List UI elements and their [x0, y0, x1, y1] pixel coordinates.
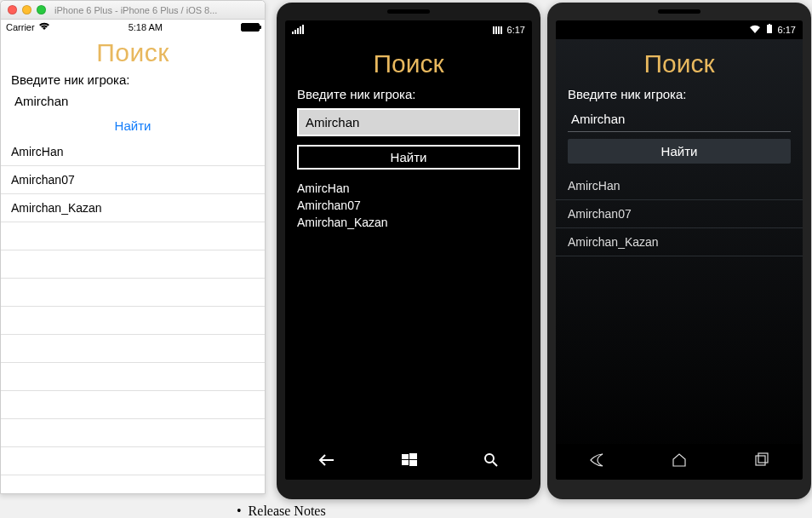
- battery-icon: [493, 26, 502, 34]
- input-label: Введите ник игрока:: [556, 83, 803, 105]
- input-label: Введите ник игрока:: [285, 83, 532, 105]
- list-item[interactable]: Amirchan_Kazan: [1, 194, 265, 222]
- nickname-input[interactable]: [568, 108, 791, 132]
- back-icon[interactable]: [318, 453, 335, 471]
- search-icon[interactable]: [483, 452, 499, 472]
- android-nav-bar: [556, 444, 803, 480]
- traffic-lights: [8, 5, 46, 14]
- list-item[interactable]: [1, 279, 265, 307]
- list-item[interactable]: [1, 307, 265, 335]
- carrier-label: Carrier: [6, 22, 35, 32]
- phone-speaker: [387, 9, 430, 14]
- results-list: AmircHan Amirchan07 Amirchan_Kazan: [1, 138, 265, 475]
- battery-icon: [766, 24, 773, 36]
- input-label: Введите ник игрока:: [1, 69, 265, 89]
- list-item[interactable]: [1, 391, 265, 419]
- clock-label: 6:17: [507, 25, 525, 35]
- list-item[interactable]: [1, 250, 265, 279]
- android-screen: 6:17 Поиск Введите ник игрока: Найти Ami…: [556, 20, 803, 480]
- clock-label: 6:17: [778, 25, 796, 35]
- nickname-input[interactable]: [297, 108, 520, 136]
- results-list: AmircHan Amirchan07 Amirchan_Kazan: [556, 172, 803, 256]
- android-phone-frame: 6:17 Поиск Введите ник игрока: Найти Ami…: [547, 3, 811, 499]
- windows-phone-frame: 6:17 Поиск Введите ник игрока: Найти Ami…: [277, 3, 540, 499]
- list-item[interactable]: Amirchan_Kazan: [297, 214, 520, 231]
- list-item[interactable]: AmircHan: [297, 180, 520, 197]
- list-item[interactable]: AmircHan: [1, 138, 265, 166]
- list-item[interactable]: [1, 335, 265, 363]
- wifi-icon: [749, 25, 761, 36]
- windows-icon[interactable]: [402, 452, 417, 472]
- nickname-input[interactable]: [9, 90, 256, 112]
- list-item[interactable]: Amirchan_Kazan: [556, 228, 803, 256]
- page-title: Поиск: [1, 35, 265, 69]
- wifi-icon: [38, 22, 50, 32]
- list-item[interactable]: [1, 419, 265, 447]
- svg-point-4: [485, 454, 494, 463]
- wp-screen: 6:17 Поиск Введите ник игрока: Найти Ami…: [285, 20, 532, 480]
- close-window-button[interactable]: [8, 5, 17, 14]
- android-status-bar: 6:17: [556, 20, 803, 39]
- ios-simulator-window: iPhone 6 Plus - iPhone 6 Plus / iOS 8...…: [0, 0, 266, 494]
- macos-titlebar: iPhone 6 Plus - iPhone 6 Plus / iOS 8...: [1, 1, 265, 20]
- wp-status-bar: 6:17: [285, 20, 532, 39]
- svg-rect-9: [758, 453, 768, 463]
- list-item[interactable]: [1, 222, 265, 250]
- svg-rect-8: [756, 456, 765, 465]
- svg-line-5: [493, 462, 497, 466]
- battery-icon: [241, 23, 260, 32]
- results-list: AmircHan Amirchan07 Amirchan_Kazan: [285, 176, 532, 234]
- svg-rect-3: [409, 460, 417, 466]
- phone-speaker: [658, 9, 700, 14]
- svg-rect-2: [402, 460, 409, 465]
- wp-nav-bar: [285, 444, 532, 480]
- list-item[interactable]: [1, 363, 265, 391]
- list-item[interactable]: Amirchan07: [556, 200, 803, 228]
- zoom-window-button[interactable]: [37, 5, 46, 14]
- svg-rect-1: [409, 453, 417, 459]
- list-item[interactable]: AmircHan: [556, 172, 803, 200]
- page-title: Поиск: [556, 39, 803, 83]
- clock-label: 5:18 AM: [129, 22, 163, 32]
- window-title: iPhone 6 Plus - iPhone 6 Plus / iOS 8...: [54, 5, 258, 15]
- ios-status-bar: Carrier 5:18 AM: [1, 20, 265, 35]
- find-button[interactable]: Найти: [568, 139, 791, 164]
- list-item[interactable]: [1, 447, 265, 475]
- recent-apps-icon[interactable]: [752, 451, 771, 473]
- svg-rect-7: [769, 24, 770, 25]
- back-icon[interactable]: [587, 451, 606, 473]
- signal-icon: [292, 26, 304, 34]
- page-title: Поиск: [285, 39, 532, 83]
- svg-rect-0: [402, 454, 409, 459]
- bullet-icon: •: [237, 504, 249, 518]
- list-item[interactable]: Amirchan07: [297, 197, 520, 214]
- background-article-text: • Release Notes: [237, 504, 326, 518]
- find-button[interactable]: Найти: [297, 145, 520, 170]
- home-icon[interactable]: [670, 451, 689, 473]
- list-item[interactable]: Amirchan07: [1, 166, 265, 194]
- find-button[interactable]: Найти: [1, 113, 265, 138]
- svg-rect-6: [767, 25, 772, 33]
- minimize-window-button[interactable]: [22, 5, 31, 14]
- release-notes-label: Release Notes: [249, 504, 326, 518]
